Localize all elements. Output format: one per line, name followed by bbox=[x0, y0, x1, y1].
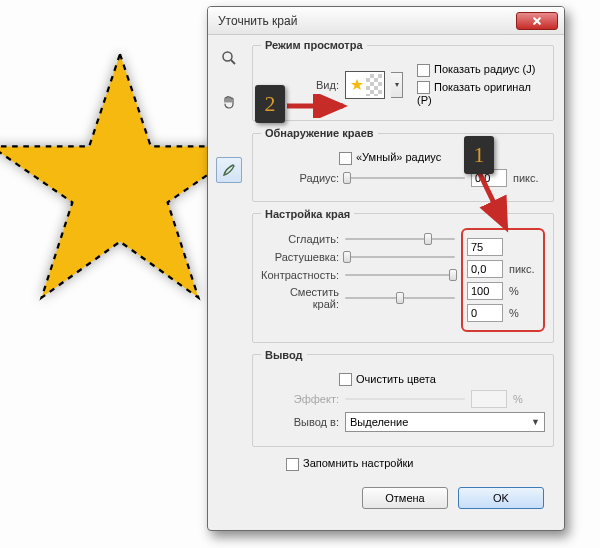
contrast-input[interactable] bbox=[467, 282, 503, 300]
smart-radius-checkbox[interactable]: «Умный» радиус bbox=[339, 151, 441, 165]
feather-input[interactable] bbox=[467, 260, 503, 278]
output-to-select[interactable]: Выделение ▼ bbox=[345, 412, 545, 432]
feather-slider[interactable] bbox=[345, 250, 455, 264]
effect-label: Эффект: bbox=[261, 393, 339, 405]
contrast-label: Контрастность: bbox=[261, 269, 339, 281]
decontaminate-checkbox[interactable]: Очистить цвета bbox=[339, 373, 436, 387]
radius-label: Радиус: bbox=[261, 172, 339, 184]
svg-marker-3 bbox=[351, 79, 363, 90]
shift-slider[interactable] bbox=[345, 291, 455, 305]
dialog-titlebar[interactable]: Уточнить край bbox=[208, 7, 564, 35]
chevron-down-icon: ▼ bbox=[531, 417, 540, 427]
shift-input[interactable] bbox=[467, 304, 503, 322]
show-radius-checkbox[interactable]: Показать радиус (J) bbox=[417, 63, 545, 77]
smooth-label: Сгладить: bbox=[261, 233, 339, 245]
cancel-button[interactable]: Отмена bbox=[362, 487, 448, 509]
hand-tool-icon[interactable] bbox=[216, 89, 242, 115]
adjust-edge-legend: Настройка края bbox=[261, 208, 354, 220]
zoom-tool-icon[interactable] bbox=[216, 45, 242, 71]
radius-slider[interactable] bbox=[345, 171, 465, 185]
annotation-arrow-1-icon bbox=[462, 170, 522, 240]
contrast-slider[interactable] bbox=[345, 268, 455, 282]
refine-brush-tool-icon[interactable] bbox=[216, 157, 242, 183]
view-mode-caret-icon[interactable]: ▾ bbox=[391, 72, 403, 98]
annotation-badge-1: 1 bbox=[464, 136, 494, 174]
close-icon[interactable] bbox=[516, 12, 558, 30]
remember-settings-checkbox[interactable]: Запомнить настройки bbox=[286, 457, 414, 471]
svg-point-1 bbox=[223, 52, 232, 61]
svg-line-5 bbox=[480, 174, 506, 228]
effect-unit: % bbox=[513, 393, 545, 405]
output-to-label: Вывод в: bbox=[261, 416, 339, 428]
annotation-badge-2: 2 bbox=[255, 85, 285, 123]
smooth-input[interactable] bbox=[467, 238, 503, 256]
output-legend: Вывод bbox=[261, 349, 307, 361]
edge-detection-legend: Обнаружение краев bbox=[261, 127, 378, 139]
annotation-arrow-2-icon bbox=[285, 94, 353, 118]
dialog-title: Уточнить край bbox=[218, 14, 514, 28]
show-original-checkbox[interactable]: Показать оригинал (P) bbox=[417, 81, 545, 107]
ok-button[interactable]: OK bbox=[458, 487, 544, 509]
view-mode-legend: Режим просмотра bbox=[261, 39, 367, 51]
effect-slider bbox=[345, 392, 465, 406]
svg-line-2 bbox=[231, 60, 235, 64]
highlighted-values-box: пикс. % % bbox=[461, 228, 545, 332]
smooth-slider[interactable] bbox=[345, 232, 455, 246]
effect-input bbox=[471, 390, 507, 408]
tool-column bbox=[216, 39, 244, 509]
output-group: Вывод Очистить цвета Эффект: % Вывод в: … bbox=[252, 349, 554, 448]
feather-label: Растушевка: bbox=[261, 251, 339, 263]
shift-label: Сместить край: bbox=[261, 286, 339, 310]
